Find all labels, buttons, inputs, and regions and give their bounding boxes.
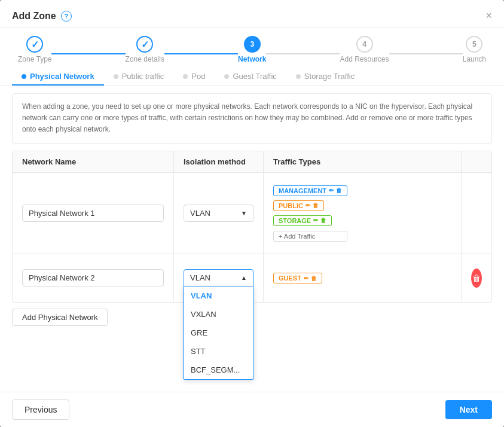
table-row: VLAN ▼ MANAGEMENT ✏ 🗑: [13, 173, 491, 254]
dropdown-item-vlan[interactable]: VLAN: [184, 286, 253, 305]
modal-header: Add Zone ? ×: [0, 0, 504, 28]
chevron-up-icon-2: ▲: [241, 274, 247, 281]
edit-icon-public[interactable]: ✏: [306, 202, 310, 209]
dot-guest-traffic: [224, 74, 229, 79]
close-button[interactable]: ×: [485, 10, 492, 22]
dot-physical-network: [22, 74, 26, 79]
tag-label-guest: GUEST: [279, 274, 301, 282]
modal-overlay: Add Zone ? × ✓ Zone Type ✓ Zone details: [0, 0, 504, 427]
step-zone-details: ✓ Zone details: [126, 36, 164, 63]
sub-tabs: Physical Network Public traffic Pod Gues…: [0, 63, 504, 86]
tab-pod[interactable]: Pod: [173, 68, 215, 86]
tag-label-public: PUBLIC: [279, 202, 303, 209]
cell-traffic-1: MANAGEMENT ✏ 🗑 PUBLIC ✏ 🗑: [264, 173, 462, 254]
edit-icon-guest[interactable]: ✏: [304, 275, 308, 282]
delete-icon-public[interactable]: 🗑: [313, 202, 319, 209]
stepper: ✓ Zone Type ✓ Zone details 3 Network: [0, 28, 504, 63]
header-actions: [462, 151, 491, 172]
tag-guest: GUEST ✏ 🗑: [273, 272, 322, 283]
delete-row-2-button[interactable]: 🗑: [471, 269, 482, 288]
table-header-row: Network Name Isolation method Traffic Ty…: [13, 151, 491, 173]
tag-label-management: MANAGEMENT: [279, 187, 326, 194]
dropdown-item-stt[interactable]: STT: [184, 342, 253, 361]
step-label-3: Network: [238, 55, 266, 63]
tag-management: MANAGEMENT ✏ 🗑: [273, 185, 347, 196]
cell-actions-1: [462, 173, 491, 254]
cell-network-name-2: [13, 254, 174, 302]
edit-icon-storage[interactable]: ✏: [313, 217, 318, 224]
tag-label-storage: STORAGE: [279, 217, 311, 224]
step-circle-2: ✓: [136, 36, 153, 53]
step-add-resources: 4 Add Resources: [340, 36, 389, 63]
dropdown-item-gre[interactable]: GRE: [184, 324, 253, 342]
step-zone-type: ✓ Zone Type: [18, 36, 51, 63]
header-isolation-method: Isolation method: [174, 151, 264, 172]
chevron-down-icon-1: ▼: [241, 210, 247, 216]
tag-storage: STORAGE ✏ 🗑: [273, 215, 347, 226]
cell-isolation-2: VLAN ▲ VLAN VXLAN GRE STT BCF_SEGM...: [174, 254, 264, 302]
cell-traffic-2: GUEST ✏ 🗑: [264, 254, 462, 302]
tag-public: PUBLIC ✏ 🗑: [273, 200, 347, 211]
isolation-select-1[interactable]: VLAN ▼: [184, 205, 253, 222]
previous-button[interactable]: Previous: [12, 399, 69, 420]
network-name-input-2[interactable]: [22, 269, 164, 286]
table-row: VLAN ▲ VLAN VXLAN GRE STT BCF_SEGM...: [13, 254, 491, 302]
step-label-2: Zone details: [126, 55, 164, 63]
dropdown-item-bcf[interactable]: BCF_SEGM...: [184, 361, 253, 379]
header-network-name: Network Name: [13, 151, 174, 172]
step-circle-5: 5: [466, 36, 482, 53]
delete-icon-guest[interactable]: 🗑: [311, 275, 317, 282]
tab-guest-traffic[interactable]: Guest Traffic: [215, 68, 286, 86]
dot-pod: [183, 74, 188, 79]
delete-icon-management[interactable]: 🗑: [336, 187, 342, 194]
isolation-dropdown-1: VLAN ▼: [184, 205, 253, 222]
traffic-tags-2: GUEST ✏ 🗑: [273, 267, 322, 288]
isolation-value-2: VLAN: [190, 273, 210, 282]
tab-physical-network[interactable]: Physical Network: [12, 68, 104, 86]
dropdown-item-vxlan[interactable]: VXLAN: [184, 305, 253, 324]
add-zone-modal: Add Zone ? × ✓ Zone Type ✓ Zone details: [0, 0, 504, 427]
step-circle-3: 3: [244, 36, 261, 53]
tab-public-traffic[interactable]: Public traffic: [104, 68, 174, 86]
cell-isolation-1: VLAN ▼: [174, 173, 264, 254]
edit-icon-management[interactable]: ✏: [329, 187, 334, 194]
line-4-5: [389, 53, 463, 54]
isolation-dropdown-2: VLAN ▲ VLAN VXLAN GRE STT BCF_SEGM...: [184, 269, 253, 286]
cell-actions-2: 🗑: [462, 254, 491, 302]
tab-storage-traffic[interactable]: Storage Traffic: [286, 68, 364, 86]
step-label-4: Add Resources: [340, 55, 389, 63]
modal-footer: Previous Next: [0, 392, 504, 427]
line-2-3: [164, 53, 238, 54]
dropdown-menu-2: VLAN VXLAN GRE STT BCF_SEGM...: [183, 286, 254, 380]
isolation-value-1: VLAN: [190, 209, 210, 218]
info-box: When adding a zone, you need to set up o…: [12, 93, 492, 144]
add-physical-network-button[interactable]: Add Physical Network: [12, 309, 108, 326]
modal-title: Add Zone ?: [12, 11, 72, 22]
dot-storage-traffic: [296, 74, 301, 79]
step-launch: 5 Launch: [463, 36, 486, 63]
network-table: Network Name Isolation method Traffic Ty…: [12, 151, 492, 303]
isolation-select-2[interactable]: VLAN ▲: [184, 269, 253, 286]
header-traffic-types: Traffic Types: [264, 151, 462, 172]
step-circle-1: ✓: [26, 36, 43, 53]
title-text: Add Zone: [12, 11, 56, 22]
step-network: 3 Network: [238, 36, 266, 63]
help-icon[interactable]: ?: [61, 11, 72, 22]
line-1-2: [51, 53, 125, 54]
step-label-1: Zone Type: [18, 55, 51, 63]
traffic-tags-1: MANAGEMENT ✏ 🗑 PUBLIC ✏ 🗑: [273, 180, 347, 246]
line-3-4: [266, 53, 340, 54]
step-circle-4: 4: [356, 36, 373, 53]
cell-network-name-1: [13, 173, 174, 254]
network-name-input-1[interactable]: [22, 205, 164, 222]
add-traffic-button-1[interactable]: + Add Traffic: [273, 231, 347, 242]
dot-public-traffic: [114, 74, 118, 79]
delete-icon-storage[interactable]: 🗑: [320, 217, 326, 224]
step-label-5: Launch: [463, 55, 486, 63]
next-button[interactable]: Next: [445, 400, 492, 419]
